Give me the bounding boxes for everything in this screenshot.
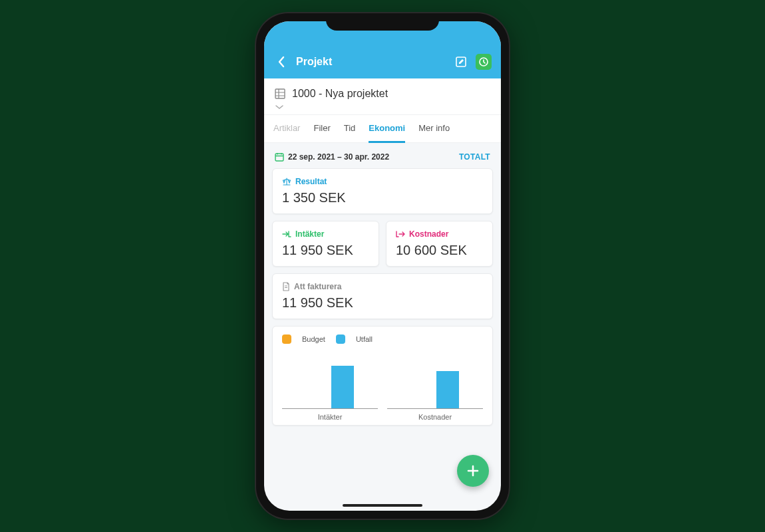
kostnader-value: 10 600 SEK <box>396 243 483 258</box>
resultat-value: 1 350 SEK <box>282 190 483 205</box>
date-range-text[interactable]: 22 sep. 2021 – 30 apr. 2022 <box>288 152 459 162</box>
tab-tid[interactable]: Tid <box>344 123 356 142</box>
time-button[interactable] <box>476 54 492 70</box>
tab-artiklar[interactable]: Artiklar <box>273 123 300 142</box>
chevron-left-icon <box>277 56 285 68</box>
legend-swatch-budget <box>282 334 291 344</box>
add-button[interactable] <box>457 455 489 487</box>
project-name: 1000 - Nya projektet <box>292 88 388 100</box>
phone-frame: Projekt <box>256 13 509 519</box>
legend-label-budget: Budget <box>302 335 325 343</box>
chevron-down-icon <box>275 104 284 110</box>
total-toggle[interactable]: TOTALT <box>459 152 490 162</box>
home-indicator <box>343 504 422 507</box>
invoice-icon <box>282 282 290 291</box>
card-kostnader[interactable]: Kostnader 10 600 SEK <box>386 221 493 267</box>
bar-kostnader-utfall <box>436 371 459 408</box>
calendar-icon <box>275 152 284 162</box>
header-title: Projekt <box>296 56 453 68</box>
intakter-label: Intäkter <box>295 229 324 239</box>
chart-card: Budget Utfall Intäkter <box>272 326 493 426</box>
edit-icon <box>455 56 467 68</box>
svg-rect-2 <box>275 89 285 98</box>
content-area: 22 sep. 2021 – 30 apr. 2022 TOTALT Resul… <box>264 143 501 466</box>
header-actions <box>453 54 492 70</box>
axis-label-kostnader: Kostnader <box>418 413 452 421</box>
bar-intakter-utfall <box>331 366 354 408</box>
chart-area: Intäkter Kostnader <box>282 356 483 421</box>
project-selector[interactable]: 1000 - Nya projektet <box>264 78 501 115</box>
clock-icon <box>478 57 489 67</box>
chart-group-intakter: Intäkter <box>282 356 378 421</box>
grid-icon <box>275 88 285 99</box>
plus-icon <box>466 464 480 478</box>
expand-chevron[interactable] <box>275 104 490 110</box>
legend-swatch-utfall <box>336 334 345 344</box>
card-resultat[interactable]: Resultat 1 350 SEK <box>272 168 493 214</box>
tab-bar: Artiklar Filer Tid Ekonomi Mer info <box>264 115 501 143</box>
chart-group-kostnader: Kostnader <box>387 356 483 421</box>
card-att-fakturera[interactable]: Att fakturera 11 950 SEK <box>272 273 493 319</box>
phone-screen: Projekt <box>264 21 501 511</box>
phone-notch <box>326 13 439 31</box>
intakter-value: 11 950 SEK <box>282 243 369 258</box>
back-button[interactable] <box>273 56 289 68</box>
att-fakturera-value: 11 950 SEK <box>282 295 483 311</box>
date-range-row: 22 sep. 2021 – 30 apr. 2022 TOTALT <box>272 150 493 168</box>
kostnader-label: Kostnader <box>409 229 448 239</box>
resultat-label: Resultat <box>295 177 327 186</box>
card-intakter[interactable]: Intäkter 11 950 SEK <box>272 221 379 267</box>
tab-filer[interactable]: Filer <box>313 123 330 142</box>
arrow-in-icon <box>282 230 291 238</box>
att-fakturera-label: Att fakturera <box>294 282 341 291</box>
tab-mer-info[interactable]: Mer info <box>418 123 450 142</box>
svg-rect-6 <box>275 154 283 161</box>
legend-label-utfall: Utfall <box>356 335 373 343</box>
axis-label-intakter: Intäkter <box>318 413 343 421</box>
arrow-out-icon <box>396 230 405 238</box>
scale-icon <box>282 178 291 186</box>
chart-legend: Budget Utfall <box>282 334 483 344</box>
edit-button[interactable] <box>453 54 469 70</box>
tab-ekonomi[interactable]: Ekonomi <box>369 123 405 143</box>
